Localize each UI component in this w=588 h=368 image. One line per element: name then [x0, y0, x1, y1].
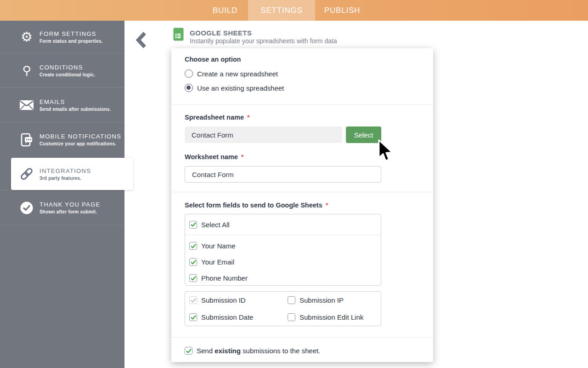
checkbox-unchecked-icon[interactable]	[288, 296, 295, 304]
sidebar-item-emails[interactable]: EMAILS Send emails after submissions.	[0, 88, 124, 122]
sidebar-item-title: FORM SETTINGS	[40, 30, 103, 37]
required-asterisk: *	[326, 201, 328, 209]
sidebar-item-thank-you-page[interactable]: THANK YOU PAGE Shown after form submit.	[0, 190, 124, 225]
chevron-left-icon	[135, 31, 148, 49]
spreadsheet-name-label: Spreadsheet name*	[185, 114, 250, 121]
sidebar-item-form-settings[interactable]: ⚙ FORM SETTINGS Form status and properti…	[0, 21, 124, 53]
sidebar-item-integrations-active[interactable]: INTEGRATIONS 3rd party features.	[11, 158, 133, 190]
spreadsheet-name-input[interactable]	[185, 126, 342, 143]
tab-build[interactable]: BUILD	[202, 0, 248, 21]
top-navigation-bar: BUILD SETTINGS PUBLISH	[0, 0, 588, 21]
nav-tabs: BUILD SETTINGS PUBLISH	[202, 0, 369, 21]
sidebar-item-subtitle: Create conditional logic.	[40, 72, 95, 77]
checkbox-checked-icon[interactable]	[189, 258, 197, 266]
radio-unchecked-icon[interactable]	[185, 69, 193, 78]
checkbox-submission-edit-link[interactable]: Submission Edit Link	[288, 313, 381, 321]
section-divider	[171, 104, 433, 105]
link-icon	[18, 166, 35, 182]
settings-sidebar: ⚙ FORM SETTINGS Form status and properti…	[0, 21, 124, 368]
envelope-icon	[18, 100, 35, 110]
form-fields-label: Select form fields to send to Google She…	[185, 201, 328, 209]
radio-use-existing-spreadsheet[interactable]: Use an existing spreadsheet	[185, 84, 284, 92]
worksheet-name-input[interactable]	[185, 166, 381, 183]
sidebar-item-mobile-notifications[interactable]: MOBILE NOTIFICATIONS Customize your app …	[0, 122, 124, 157]
sidebar-item-subtitle: Customize your app notifications.	[40, 141, 121, 146]
section-divider	[171, 192, 433, 192]
sidebar-item-title: MOBILE NOTIFICATIONS	[40, 133, 121, 140]
tools-icon: ⚲	[18, 63, 35, 77]
send-existing-label: Send existing submissions to the sheet.	[197, 347, 320, 355]
checkbox-checked-icon[interactable]	[189, 313, 197, 321]
integration-subtitle: Instantly populate your spreadsheets wit…	[190, 37, 337, 45]
radio-create-new-spreadsheet[interactable]: Create a new spreadsheet	[185, 69, 278, 78]
checkbox-checked-icon[interactable]	[189, 221, 197, 229]
gear-icon: ⚙	[18, 29, 35, 45]
submission-meta-box: Submission ID Submission IP Submission D…	[185, 291, 381, 326]
checkbox-submission-date[interactable]: Submission Date	[189, 313, 288, 321]
sidebar-item-subtitle: Send emails after submissions.	[40, 107, 111, 112]
radio-checked-icon[interactable]	[185, 84, 193, 92]
section-divider	[171, 337, 433, 338]
select-all-checkbox-row[interactable]: Select All	[185, 214, 381, 235]
sidebar-item-subtitle: 3rd party features.	[40, 176, 91, 181]
sidebar-item-title: THANK YOU PAGE	[40, 201, 101, 208]
back-button[interactable]	[135, 31, 148, 49]
checkbox-submission-ip[interactable]: Submission IP	[288, 296, 381, 304]
select-spreadsheet-button[interactable]: Select	[346, 126, 381, 143]
required-asterisk: *	[247, 114, 250, 121]
sidebar-item-title: EMAILS	[40, 98, 111, 105]
checkbox-checked-disabled-icon	[189, 296, 197, 304]
mobile-chat-icon	[18, 133, 35, 147]
checkbox-unchecked-icon[interactable]	[288, 313, 295, 321]
tab-publish[interactable]: PUBLISH	[315, 0, 369, 21]
checkbox-submission-id[interactable]: Submission ID	[189, 296, 288, 304]
google-sheets-icon	[173, 28, 184, 43]
required-asterisk: *	[241, 153, 244, 161]
sidebar-item-title: INTEGRATIONS	[40, 167, 91, 174]
google-sheets-settings-panel: Choose an option Create a new spreadshee…	[171, 48, 433, 362]
sidebar-item-title: CONDITIONS	[40, 64, 95, 71]
sidebar-item-subtitle: Shown after form submit.	[40, 209, 101, 214]
check-circle-icon	[18, 201, 35, 215]
worksheet-name-label: Worksheet name*	[185, 153, 243, 161]
sidebar-item-subtitle: Form status and properties.	[40, 39, 103, 44]
send-existing-submissions-row[interactable]: Send existing submissions to the sheet.	[185, 347, 320, 355]
field-checkbox-your-name[interactable]: Your Name	[189, 238, 381, 254]
field-checkbox-your-email[interactable]: Your Email	[189, 254, 381, 270]
form-fields-box: Select All Your Name Your Email Phone Nu…	[185, 214, 381, 286]
integration-title: GOOGLE SHEETS	[190, 29, 252, 37]
checkbox-checked-icon[interactable]	[185, 347, 192, 355]
choose-option-label: Choose an option	[185, 56, 241, 63]
field-checkbox-phone-number[interactable]: Phone Number	[189, 270, 381, 286]
checkbox-checked-icon[interactable]	[189, 274, 197, 282]
sidebar-item-conditions[interactable]: ⚲ CONDITIONS Create conditional logic.	[0, 53, 124, 88]
tab-settings[interactable]: SETTINGS	[248, 0, 315, 21]
checkbox-checked-icon[interactable]	[189, 242, 197, 250]
